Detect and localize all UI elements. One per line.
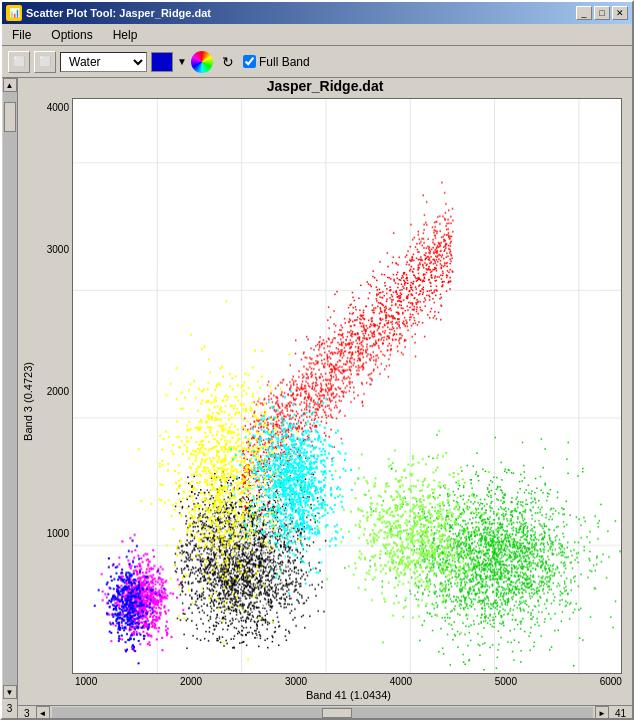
x-axis-label: Band 41 (1.0434): [36, 687, 622, 705]
chart-row: 1000 2000 3000 4000: [36, 98, 622, 674]
y-tick-4000: 4000: [36, 102, 69, 113]
refresh-button[interactable]: ↻: [217, 51, 239, 73]
plot-title: Jasper_Ridge.dat: [18, 78, 632, 94]
x-tick-4000: 4000: [390, 676, 412, 687]
class-dropdown[interactable]: Water Vegetation Soil Urban: [60, 52, 147, 72]
title-bar-left: 📊 Scatter Plot Tool: Jasper_Ridge.dat: [6, 5, 211, 21]
scatter-plot: [72, 98, 622, 674]
toolbar: ⬜ ⬜ Water Vegetation Soil Urban ▼ ↻ Full…: [2, 46, 632, 78]
x-tick-2000: 2000: [180, 676, 202, 687]
scroll-thumb-v[interactable]: [4, 102, 16, 132]
left-scrollbar[interactable]: ▲ ▼ 3: [2, 78, 18, 718]
chart-wrapper: [72, 98, 622, 674]
y-tick-3000: 3000: [36, 244, 69, 255]
content-area: Jasper_Ridge.dat Band 3 (0.4723) 1000 20…: [18, 78, 632, 718]
toolbar-btn-2[interactable]: ⬜: [34, 51, 56, 73]
x-tick-3000: 3000: [285, 676, 307, 687]
main-window: 📊 Scatter Plot Tool: Jasper_Ridge.dat _ …: [0, 0, 634, 720]
menu-help[interactable]: Help: [107, 26, 144, 44]
chart-column: 1000 2000 3000 4000: [36, 98, 622, 705]
x-ticks: 1000 2000 3000 4000 5000 6000: [36, 674, 622, 687]
scroll-up-btn[interactable]: ▲: [3, 78, 17, 92]
title-buttons: _ □ ✕: [576, 6, 628, 20]
minimize-button[interactable]: _: [576, 6, 592, 20]
y-tick-2000: 2000: [36, 386, 69, 397]
menu-bar: File Options Help: [2, 24, 632, 46]
dropdown-arrow[interactable]: ▼: [177, 54, 187, 70]
scroll-down-btn[interactable]: ▼: [3, 685, 17, 699]
color-wheel-button[interactable]: [191, 51, 213, 73]
close-button[interactable]: ✕: [612, 6, 628, 20]
toolbar-btn-1[interactable]: ⬜: [8, 51, 30, 73]
y-axis-container: Band 3 (0.4723): [22, 98, 36, 705]
x-tick-1000: 1000: [75, 676, 97, 687]
x-tick-5000: 5000: [495, 676, 517, 687]
scroll-track-v[interactable]: [3, 92, 17, 685]
title-bar: 📊 Scatter Plot Tool: Jasper_Ridge.dat _ …: [2, 2, 632, 24]
bottom-scrollbar[interactable]: 3 ◄ ► 41: [18, 705, 632, 718]
window-title: Scatter Plot Tool: Jasper_Ridge.dat: [26, 7, 211, 19]
app-icon: 📊: [6, 5, 22, 21]
scroll-left-num: 3: [20, 708, 34, 719]
y-tick-1000: 1000: [36, 528, 69, 539]
main-area: ▲ ▼ 3 Jasper_Ridge.dat Band 3 (0.4723): [2, 78, 632, 718]
color-button[interactable]: [151, 52, 173, 72]
scroll-right-num: 41: [611, 708, 630, 719]
menu-file[interactable]: File: [6, 26, 37, 44]
y-axis-label: Band 3 (0.4723): [22, 362, 34, 441]
scatter-canvas: [73, 99, 621, 673]
maximize-button[interactable]: □: [594, 6, 610, 20]
x-tick-6000: 6000: [600, 676, 622, 687]
h-scroll-track[interactable]: [52, 707, 593, 718]
scroll-left-btn[interactable]: ◄: [36, 706, 50, 718]
full-band-container: Full Band: [243, 55, 310, 69]
menu-options[interactable]: Options: [45, 26, 98, 44]
dropdown-container: Water Vegetation Soil Urban: [60, 52, 147, 72]
full-band-checkbox[interactable]: [243, 55, 256, 68]
left-axis-num: 3: [3, 699, 17, 718]
y-ticks: 1000 2000 3000 4000: [36, 98, 72, 674]
plot-with-axes: Band 3 (0.4723) 1000 2000 3000 4000: [18, 98, 632, 705]
full-band-label: Full Band: [259, 55, 310, 69]
scroll-right-btn[interactable]: ►: [595, 706, 609, 718]
h-scroll-thumb[interactable]: [322, 708, 352, 718]
